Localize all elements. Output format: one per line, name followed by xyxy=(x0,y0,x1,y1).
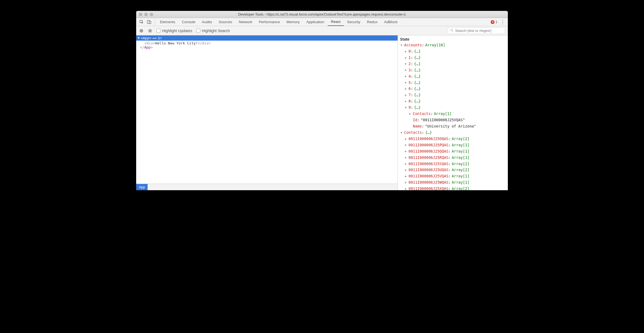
state-acc9-contacts-row[interactable]: ▶ Contacts: Array[1] xyxy=(398,111,508,117)
target-icon[interactable] xyxy=(139,28,144,33)
state-contact-row[interactable]: ▶0011I000006J25VQAS:Array[1] xyxy=(398,173,508,179)
state-key: 3 xyxy=(409,67,411,73)
state-account-row[interactable]: ▶1:{…} xyxy=(398,55,508,61)
state-key: Contacts xyxy=(413,111,431,117)
state-key: 1 xyxy=(409,55,411,60)
tree-dollar-r: $r xyxy=(158,36,162,40)
more-menu-icon[interactable]: ⋮ xyxy=(500,20,505,25)
caret-right-icon: ▶ xyxy=(404,99,407,104)
state-contacts-root-row[interactable]: ▼ Contacts: {…} xyxy=(398,129,508,136)
state-contact-row[interactable]: ▶0011I000006J25SQAS:Array[2] xyxy=(398,161,508,167)
breadcrumb-item[interactable]: App xyxy=(136,184,148,190)
state-account-row[interactable]: ▶5:{…} xyxy=(398,80,508,86)
react-toolbar: Highlight Updates Highlight Search xyxy=(136,26,508,35)
highlight-updates-checkbox[interactable]: Highlight Updates xyxy=(156,29,192,33)
device-toolbar-icon[interactable] xyxy=(147,20,151,24)
titlebar: Developer Tools - https://c.na73.visual.… xyxy=(136,11,508,18)
tab-memory[interactable]: Memory xyxy=(283,18,303,26)
state-key: 0011I000006J25XQAS xyxy=(409,186,448,190)
state-key: 9 xyxy=(409,105,411,110)
state-key: Contacts xyxy=(404,130,422,135)
state-key: Id xyxy=(413,117,417,123)
state-contact-row[interactable]: ▶0011I000006J25PQAS:Array[1] xyxy=(398,142,508,148)
tabs-right: ✕ 1 ⋮ xyxy=(488,18,508,26)
highlight-search-checkbox[interactable]: Highlight Search xyxy=(196,29,230,33)
state-account-row[interactable]: ▶2:{…} xyxy=(398,61,508,67)
state-val: Array[2] xyxy=(452,186,469,190)
caret-right-icon: ▶ xyxy=(404,155,407,160)
state-key: 0011I000006J25SQAS xyxy=(409,161,448,167)
state-account-row[interactable]: ▶3:{…} xyxy=(398,67,508,73)
state-val: {…} xyxy=(414,92,421,98)
state-val: {…} xyxy=(414,55,421,60)
highlight-updates-label: Highlight Updates xyxy=(162,29,192,33)
inspect-element-icon[interactable] xyxy=(139,20,144,24)
caret-right-icon: ▶ xyxy=(404,174,407,178)
state-account-row[interactable]: ▼9:{…} xyxy=(398,104,508,111)
state-account-row[interactable]: ▶4:{…} xyxy=(398,73,508,80)
tab-application[interactable]: Application xyxy=(303,18,327,26)
state-key: 0011I000006J25PQAS xyxy=(409,142,448,148)
svg-line-11 xyxy=(151,32,151,32)
caret-right-icon: ▶ xyxy=(404,87,407,91)
state-contact-row[interactable]: ▶0011I000006J25XQAS:Array[2] xyxy=(398,186,508,190)
tabs-bar: ElementsConsoleAuditsSourcesNetworkPerfo… xyxy=(136,18,508,26)
state-val: Array[1] xyxy=(452,142,469,148)
state-contact-row[interactable]: ▶0011I000006J25QQAS:Array[1] xyxy=(398,148,508,155)
state-acc9-name-row[interactable]: ▶ Name: "University of Arizona" xyxy=(398,123,508,129)
zoom-window-button[interactable] xyxy=(150,13,153,16)
tree-close-end: > xyxy=(151,45,153,49)
svg-rect-2 xyxy=(149,21,151,24)
state-acc9-id-row[interactable]: ▶ Id: "0011I000006J25VQAS" xyxy=(398,117,508,123)
tab-security[interactable]: Security xyxy=(344,18,364,26)
state-account-row[interactable]: ▶8:{…} xyxy=(398,98,508,104)
state-key: 0011I000006J25QQAS xyxy=(409,149,448,154)
search-field[interactable] xyxy=(448,28,505,34)
state-contact-row[interactable]: ▶0011I000006J25RQAS:Array[1] xyxy=(398,155,508,161)
tab-audits[interactable]: Audits xyxy=(199,18,216,26)
caret-right-icon: ▶ xyxy=(409,112,412,116)
checkbox-icon xyxy=(156,29,160,33)
state-key: 4 xyxy=(409,74,411,79)
tab-performance[interactable]: Performance xyxy=(255,18,283,26)
state-val: {…} xyxy=(414,80,421,86)
search-input[interactable] xyxy=(455,29,503,33)
tree-child-row[interactable]: <div>Hello New York City!</div> xyxy=(136,41,398,45)
tree-children: <div>Hello New York City!</div> </App> xyxy=(136,41,398,49)
tree-close-row[interactable]: </App> xyxy=(136,45,398,49)
tab-adblock[interactable]: AdBlock xyxy=(381,18,401,26)
caret-right-icon: ▶ xyxy=(404,187,407,190)
caret-right-icon: ▶ xyxy=(404,162,407,166)
gear-icon[interactable] xyxy=(148,28,153,33)
state-val: {…} xyxy=(414,74,421,79)
tab-react[interactable]: React xyxy=(328,18,344,26)
tree-selected-row[interactable]: ▼ <App> == $r xyxy=(136,35,398,41)
caret-right-icon: ▶ xyxy=(404,74,407,78)
caret-down-icon: ▼ xyxy=(400,43,403,47)
caret-down-icon: ▼ xyxy=(138,36,140,40)
state-account-row[interactable]: ▶6:{…} xyxy=(398,86,508,92)
error-badge[interactable]: ✕ 1 xyxy=(491,20,497,24)
close-window-button[interactable] xyxy=(139,13,142,16)
state-contact-row[interactable]: ▶0011I000006J25WQAS:Array[1] xyxy=(398,179,508,186)
checkbox-icon xyxy=(196,29,200,33)
state-accounts-row[interactable]: ▼ Accounts: Array[10] xyxy=(398,42,508,48)
error-icon: ✕ xyxy=(491,20,494,24)
state-key: Accounts xyxy=(404,42,422,48)
tab-console[interactable]: Console xyxy=(178,18,199,26)
tab-network[interactable]: Network xyxy=(235,18,256,26)
minimize-window-button[interactable] xyxy=(144,13,148,16)
state-val: {…} xyxy=(414,105,421,110)
tab-elements[interactable]: Elements xyxy=(157,18,178,26)
state-contact-row[interactable]: ▶0011I000006J25UQAS:Array[2] xyxy=(398,167,508,173)
tab-redux[interactable]: Redux xyxy=(364,18,381,26)
state-account-row[interactable]: ▶7:{…} xyxy=(398,92,508,98)
main-split: ▼ <App> == $r <div>Hello New York City!<… xyxy=(136,35,508,190)
state-key: 0011I000006J25VQAS xyxy=(409,173,448,179)
caret-right-icon: ▶ xyxy=(404,168,407,172)
caret-right-icon: ▶ xyxy=(404,62,407,66)
state-account-row[interactable]: ▶0:{…} xyxy=(398,48,508,55)
state-pane: State ▼ Accounts: Array[10] ▶0:{…}▶1:{…}… xyxy=(398,35,508,190)
tab-sources[interactable]: Sources xyxy=(215,18,235,26)
state-contact-row[interactable]: ▶0011I000006J25OQAS:Array[2] xyxy=(398,136,508,142)
